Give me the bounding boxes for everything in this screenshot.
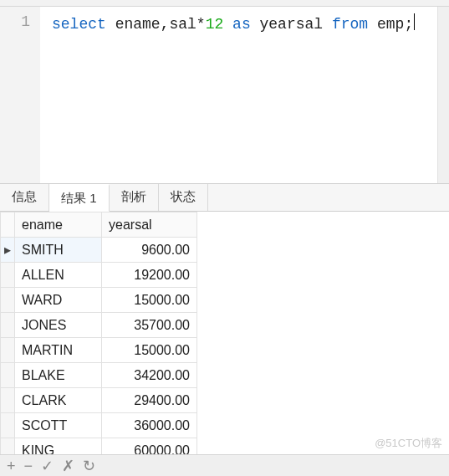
- row-marker-icon: [1, 413, 15, 438]
- tab-profile[interactable]: 剖析: [110, 184, 159, 211]
- semicolon: ;: [404, 16, 413, 33]
- row-marker-icon: ▸: [1, 238, 15, 263]
- number-12: 12: [206, 16, 224, 33]
- apply-icon[interactable]: ✓: [41, 458, 54, 473]
- result-tabs: 信息 结果 1 剖析 状态: [0, 184, 449, 212]
- cell-yearsal[interactable]: 29400.00: [102, 388, 197, 413]
- sql-code-area[interactable]: select ename,sal*12 as yearsal from emp;: [40, 7, 437, 183]
- cell-ename[interactable]: SCOTT: [15, 413, 102, 438]
- row-marker-icon: [1, 313, 15, 338]
- table-row[interactable]: MARTIN 15000.00: [1, 338, 197, 363]
- cell-yearsal[interactable]: 19200.00: [102, 263, 197, 288]
- grid-header-yearsal[interactable]: yearsal: [102, 212, 197, 238]
- ident-yearsal: yearsal: [260, 16, 324, 33]
- cell-yearsal[interactable]: 35700.00: [102, 313, 197, 338]
- result-grid-wrap: ename yearsal ▸ SMITH 9600.00 ALLEN 1920…: [0, 212, 449, 463]
- tab-info[interactable]: 信息: [0, 184, 49, 211]
- text-caret: [414, 13, 415, 30]
- table-row[interactable]: CLARK 29400.00: [1, 388, 197, 413]
- top-toolbar-strip: [0, 0, 449, 7]
- cell-ename[interactable]: WARD: [15, 288, 102, 313]
- row-marker-icon: [1, 388, 15, 413]
- table-row[interactable]: WARD 15000.00: [1, 288, 197, 313]
- keyword-select: select: [52, 16, 106, 33]
- refresh-icon[interactable]: ↻: [83, 458, 95, 473]
- row-marker-icon: [1, 263, 15, 288]
- delete-row-icon[interactable]: −: [24, 458, 33, 473]
- grid-header-row: ename yearsal: [1, 212, 197, 238]
- cell-yearsal[interactable]: 34200.00: [102, 363, 197, 388]
- keyword-from: from: [332, 16, 368, 33]
- tab-result1[interactable]: 结果 1: [49, 184, 110, 212]
- cell-ename[interactable]: MARTIN: [15, 338, 102, 363]
- cell-yearsal[interactable]: 36000.00: [102, 413, 197, 438]
- editor-scrollbar[interactable]: [437, 7, 449, 183]
- grid-body: ▸ SMITH 9600.00 ALLEN 19200.00 WARD 1500…: [1, 238, 197, 463]
- keyword-as: as: [232, 16, 251, 33]
- table-row[interactable]: ALLEN 19200.00: [1, 263, 197, 288]
- table-row[interactable]: BLAKE 34200.00: [1, 363, 197, 388]
- row-marker-icon: [1, 363, 15, 388]
- add-row-icon[interactable]: +: [7, 458, 16, 473]
- cancel-icon[interactable]: ✗: [62, 458, 74, 473]
- grid-header-ename[interactable]: ename: [15, 212, 102, 238]
- cell-ename[interactable]: ALLEN: [15, 263, 102, 288]
- line-number-gutter: 1: [0, 7, 40, 183]
- ident-ename: ename: [115, 16, 161, 33]
- sql-editor[interactable]: 1 select ename,sal*12 as yearsal from em…: [0, 7, 449, 184]
- cell-yearsal[interactable]: 15000.00: [102, 338, 197, 363]
- cell-yearsal[interactable]: 15000.00: [102, 288, 197, 313]
- grid-header-marker: [1, 212, 15, 238]
- cell-ename[interactable]: CLARK: [15, 388, 102, 413]
- grid-toolbar: + − ✓ ✗ ↻: [0, 454, 449, 476]
- comma: ,: [161, 16, 170, 33]
- result-grid[interactable]: ename yearsal ▸ SMITH 9600.00 ALLEN 1920…: [0, 212, 197, 463]
- tab-status[interactable]: 状态: [159, 184, 208, 211]
- cell-yearsal[interactable]: 9600.00: [102, 238, 197, 263]
- star: *: [196, 16, 206, 33]
- table-row[interactable]: JONES 35700.00: [1, 313, 197, 338]
- table-row[interactable]: SCOTT 36000.00: [1, 413, 197, 438]
- cell-ename[interactable]: BLAKE: [15, 363, 102, 388]
- ident-emp: emp: [377, 16, 404, 33]
- row-marker-icon: [1, 288, 15, 313]
- line-number: 1: [0, 13, 30, 30]
- ident-sal: sal: [169, 16, 196, 33]
- row-marker-icon: [1, 338, 15, 363]
- table-row[interactable]: ▸ SMITH 9600.00: [1, 238, 197, 263]
- cell-ename[interactable]: JONES: [15, 313, 102, 338]
- cell-ename[interactable]: SMITH: [15, 238, 102, 263]
